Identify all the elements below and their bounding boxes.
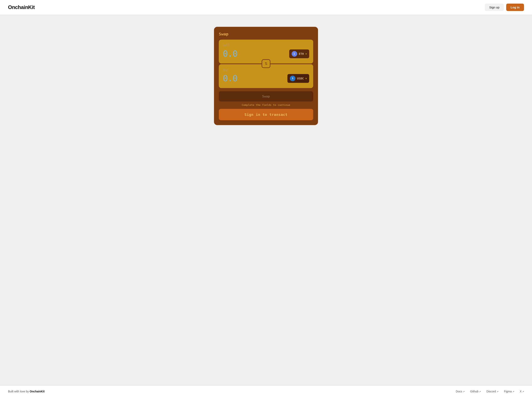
swap-button-area: Swap Complete the fields to continue: [219, 91, 313, 106]
footer-link-discord[interactable]: Discord: [486, 390, 498, 393]
buy-chevron-icon: ▾: [306, 77, 307, 80]
sell-amount-row: 0.0 Ξ ETH ▾: [223, 49, 309, 59]
swap-button[interactable]: Swap: [219, 91, 313, 101]
login-button[interactable]: Log in: [506, 4, 524, 11]
sell-amount: 0.0: [223, 49, 237, 59]
buy-token-selector[interactable]: $ USDC ▾: [287, 74, 309, 83]
built-with-text: Built with love by: [8, 390, 30, 393]
swap-direction-icon: ⇅: [265, 62, 268, 66]
buy-label: Buy: [223, 68, 309, 71]
panels-container: Sell 0.0 Ξ ETH ▾ ⇅ Buy: [219, 40, 313, 88]
eth-icon: Ξ: [292, 51, 297, 57]
footer-link-x[interactable]: X: [520, 390, 524, 393]
sell-token-label: ETH: [299, 52, 304, 56]
footer-built-text: Built with love by OnchainKit: [8, 390, 45, 393]
header: OnchainKit Sign up Log in: [0, 0, 532, 15]
footer-link-github[interactable]: Github: [470, 390, 481, 393]
swap-direction-button[interactable]: ⇅: [262, 59, 270, 68]
sell-chevron-icon: ▾: [306, 52, 307, 56]
swap-card: Swap Sell 0.0 Ξ ETH ▾ ⇅: [214, 27, 318, 125]
main-content: Swap Sell 0.0 Ξ ETH ▾ ⇅: [0, 15, 532, 386]
signup-button[interactable]: Sign up: [485, 4, 504, 11]
footer-links: Docs Github Discord Figma X: [456, 390, 524, 393]
sell-token-selector[interactable]: Ξ ETH ▾: [289, 50, 309, 58]
usdc-icon: $: [290, 76, 295, 81]
sign-in-button[interactable]: Sign in to transact: [219, 109, 313, 120]
footer-link-docs[interactable]: Docs: [456, 390, 465, 393]
swap-title: Swap: [219, 32, 313, 37]
footer-brand: OnchainKit: [30, 390, 45, 393]
header-buttons: Sign up Log in: [485, 4, 524, 11]
buy-amount-row: 0.0 $ USDC ▾: [223, 74, 309, 83]
footer: Built with love by OnchainKit Docs Githu…: [0, 386, 532, 397]
buy-token-label: USDC: [297, 77, 304, 80]
sell-label: Sell: [223, 44, 309, 47]
buy-amount: 0.0: [223, 74, 237, 83]
footer-link-figma[interactable]: Figma: [504, 390, 514, 393]
logo: OnchainKit: [8, 4, 35, 10]
complete-fields-text: Complete the fields to continue: [219, 103, 313, 106]
